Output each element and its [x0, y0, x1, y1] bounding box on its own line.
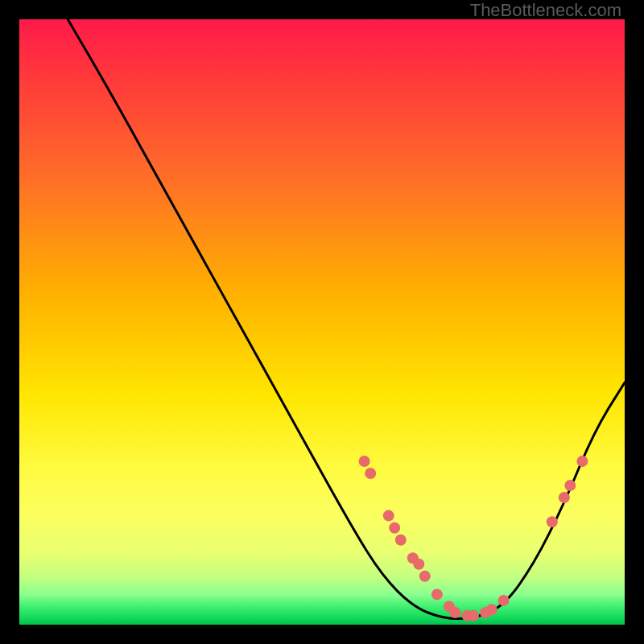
plot-area	[19, 19, 625, 625]
chart-svg	[19, 19, 625, 625]
chart-frame	[19, 19, 625, 625]
data-point	[383, 510, 394, 522]
bottleneck-curve	[68, 19, 625, 619]
data-point	[419, 571, 431, 582]
data-point	[576, 456, 588, 467]
data-point	[486, 604, 497, 615]
curve-line	[68, 19, 625, 619]
data-point	[559, 492, 570, 503]
data-point	[431, 588, 443, 600]
data-point	[449, 607, 460, 618]
data-point	[359, 456, 370, 467]
data-point	[395, 535, 407, 546]
data-point	[365, 468, 376, 479]
data-point	[564, 480, 576, 491]
data-point	[468, 610, 479, 621]
data-point	[498, 595, 510, 606]
data-markers	[359, 456, 588, 621]
watermark-text: TheBottleneck.com	[470, 0, 621, 21]
data-point	[547, 516, 558, 527]
data-point	[389, 522, 400, 534]
data-point	[413, 559, 424, 570]
